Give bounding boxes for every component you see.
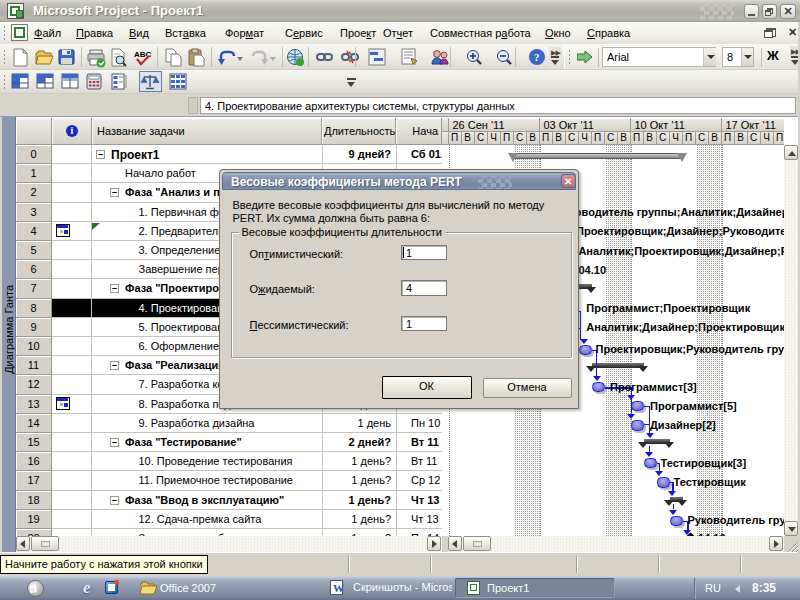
svg-text:?: ? [534, 51, 540, 63]
svg-text:ABC: ABC [134, 50, 152, 59]
